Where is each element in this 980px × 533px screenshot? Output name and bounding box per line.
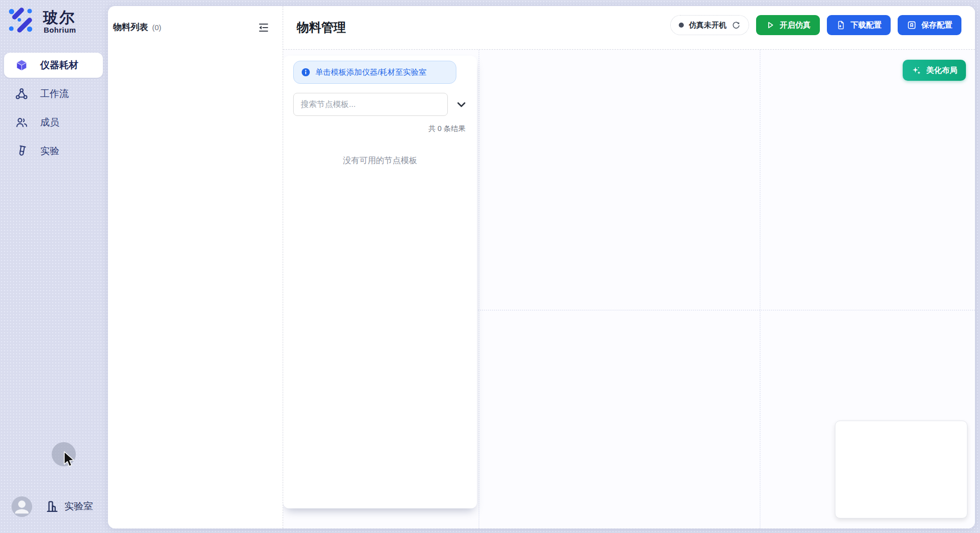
lab-entry[interactable]: 实验室 xyxy=(45,499,93,513)
materials-list-panel: 物料列表 (0) xyxy=(108,6,283,528)
beautify-layout-label: 美化布局 xyxy=(926,65,957,76)
sidebar-item-instruments[interactable]: 仪器耗材 xyxy=(4,53,103,78)
sidebar: 玻尔 Bohrium 仪器耗材 xyxy=(0,0,108,533)
workflow-icon xyxy=(15,87,28,100)
save-config-button[interactable]: 保存配置 xyxy=(898,15,961,35)
canvas-grid-line xyxy=(760,50,761,528)
sidebar-item-workflow[interactable]: 工作流 xyxy=(4,81,103,106)
page-title: 物料管理 xyxy=(297,19,346,36)
refresh-icon[interactable] xyxy=(731,21,741,30)
lab-entry-label: 实验室 xyxy=(64,500,93,513)
brand-subtitle: Bohrium xyxy=(44,26,76,34)
node-template-panel: 单击模板添加仪器/耗材至实验室 共 0 条结果 没有可用的节点模板 xyxy=(283,56,477,508)
download-config-label: 下载配置 xyxy=(850,20,882,31)
start-simulation-label: 开启仿真 xyxy=(780,20,811,31)
canvas-minimap[interactable] xyxy=(835,421,967,518)
building-icon xyxy=(45,499,59,513)
content-header: 物料管理 仿真未开机 开启仿真 xyxy=(283,6,975,49)
brand-logo: 玻尔 Bohrium xyxy=(7,7,102,35)
beautify-layout-button[interactable]: 美化布局 xyxy=(903,60,966,81)
status-dot-icon xyxy=(679,23,684,28)
results-count: 共 0 条结果 xyxy=(428,124,465,134)
info-icon xyxy=(301,68,310,77)
sidebar-item-label: 实验 xyxy=(40,145,59,158)
app-screen: 玻尔 Bohrium 仪器耗材 xyxy=(0,0,980,533)
bohrium-logo-icon xyxy=(7,7,34,34)
materials-title-row: 物料列表 (0) xyxy=(113,21,276,33)
test-tube-icon xyxy=(15,145,28,158)
header-controls: 仿真未开机 开启仿真 xyxy=(670,15,961,35)
materials-list-title: 物料列表 xyxy=(113,21,148,33)
materials-list-count: (0) xyxy=(152,23,161,32)
info-banner: 单击模板添加仪器/耗材至实验室 xyxy=(293,61,456,84)
file-download-icon xyxy=(836,20,846,30)
search-row xyxy=(293,93,469,116)
user-avatar[interactable] xyxy=(11,496,33,517)
content-area: 物料管理 仿真未开机 开启仿真 xyxy=(283,6,975,528)
users-icon xyxy=(15,116,28,129)
sidebar-item-members[interactable]: 成员 xyxy=(4,110,103,135)
sidebar-item-label: 成员 xyxy=(40,116,59,129)
collapse-panel-icon[interactable] xyxy=(258,22,270,34)
download-config-button[interactable]: 下载配置 xyxy=(827,15,891,35)
info-banner-text: 单击模板添加仪器/耗材至实验室 xyxy=(315,67,426,78)
brand-name: 玻尔 xyxy=(43,8,75,28)
sidebar-item-experiments[interactable]: 实验 xyxy=(4,139,103,164)
mouse-cursor xyxy=(63,451,75,468)
chevron-down-icon[interactable] xyxy=(455,98,468,111)
canvas-grid-line xyxy=(478,50,479,528)
main-card: 物料列表 (0) 物料管理 仿真未开机 xyxy=(108,6,975,528)
sidebar-item-label: 工作流 xyxy=(40,87,69,100)
sparkles-icon xyxy=(911,65,922,76)
sidebar-footer: 实验室 xyxy=(0,496,108,519)
template-search-input[interactable] xyxy=(293,93,448,116)
play-icon xyxy=(765,20,775,30)
simulation-status-text: 仿真未开机 xyxy=(689,21,726,30)
save-config-label: 保存配置 xyxy=(921,20,952,31)
cube-icon xyxy=(15,59,28,72)
empty-template-message: 没有可用的节点模板 xyxy=(283,155,477,166)
save-icon xyxy=(907,20,917,30)
flow-canvas[interactable]: 单击模板添加仪器/耗材至实验室 共 0 条结果 没有可用的节点模板 xyxy=(283,50,975,528)
sidebar-item-label: 仪器耗材 xyxy=(40,59,78,72)
sidebar-nav: 仪器耗材 工作流 成 xyxy=(4,53,103,167)
start-simulation-button[interactable]: 开启仿真 xyxy=(756,15,820,35)
simulation-status-pill: 仿真未开机 xyxy=(670,15,749,35)
